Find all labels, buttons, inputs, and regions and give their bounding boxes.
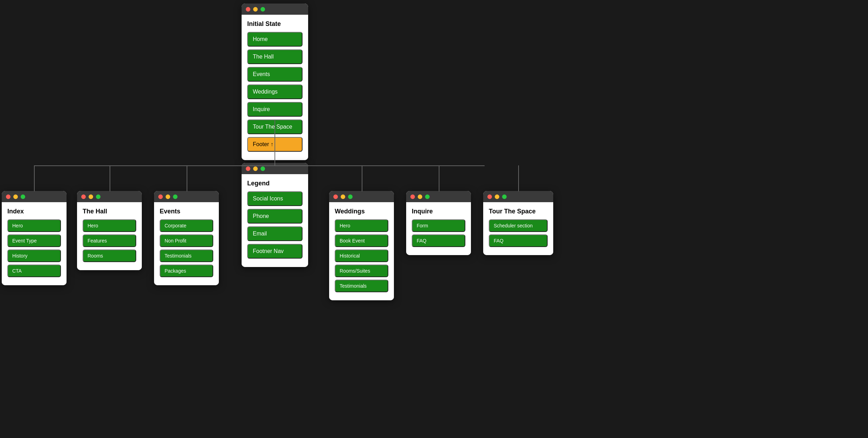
inquire-faq[interactable]: FAQ (412, 234, 465, 247)
dot-red-tour[interactable] (487, 194, 492, 199)
dot-yellow-inquire[interactable] (418, 194, 422, 199)
hall-hero[interactable]: Hero (83, 219, 136, 232)
connector-horizontal-right (275, 165, 485, 166)
dot-green-initial[interactable] (261, 7, 265, 12)
title-bar-events (154, 191, 219, 202)
connector-to-index (34, 165, 35, 191)
inquire-window: Inquire Form FAQ (406, 191, 471, 255)
legend-social-icons[interactable]: Social Icons (247, 191, 303, 206)
nav-weddings[interactable]: Weddings (247, 84, 303, 99)
title-bar-tour (483, 191, 553, 202)
tour-faq[interactable]: FAQ (489, 234, 548, 247)
connector-horizontal-left (34, 165, 276, 166)
legend-phone[interactable]: Phone (247, 209, 303, 224)
index-cta[interactable]: CTA (7, 265, 61, 277)
tour-window: Tour The Space Scheduler section FAQ (483, 191, 553, 255)
weddings-rooms-suites[interactable]: Rooms/Suites (335, 265, 388, 277)
index-event-type[interactable]: Event Type (7, 234, 61, 247)
connector-main-vertical (275, 120, 275, 165)
nav-events[interactable]: Events (247, 67, 303, 82)
hall-rooms[interactable]: Rooms (83, 249, 136, 262)
index-title: Index (7, 208, 61, 215)
title-bar-inquire (406, 191, 471, 202)
events-window: Events Corporate Non Profit Testimonials… (154, 191, 219, 285)
the-hall-window: The Hall Hero Features Rooms (77, 191, 142, 270)
dot-green-hall[interactable] (96, 194, 100, 199)
index-hero[interactable]: Hero (7, 219, 61, 232)
weddings-book-event[interactable]: Book Event (335, 234, 388, 247)
title-bar-index (2, 191, 67, 202)
events-title: Events (160, 208, 213, 215)
hall-features[interactable]: Features (83, 234, 136, 247)
weddings-window: Weddings Hero Book Event Historical Room… (329, 191, 394, 300)
dot-yellow-index[interactable] (13, 194, 18, 199)
dot-green-index[interactable] (21, 194, 25, 199)
connector-to-events (187, 165, 187, 191)
weddings-hero[interactable]: Hero (335, 219, 388, 232)
dot-green-events[interactable] (173, 194, 178, 199)
tour-title: Tour The Space (489, 208, 548, 215)
events-packages[interactable]: Packages (160, 265, 213, 277)
nav-the-hall[interactable]: The Hall (247, 49, 303, 64)
dot-red-initial[interactable] (246, 7, 250, 12)
nav-home[interactable]: Home (247, 32, 303, 47)
dot-red-legend[interactable] (246, 166, 250, 171)
dot-red-index[interactable] (6, 194, 11, 199)
index-history[interactable]: History (7, 249, 61, 262)
weddings-testimonials[interactable]: Testimonials (335, 280, 388, 292)
title-bar-the-hall (77, 191, 142, 202)
title-bar-weddings (329, 191, 394, 202)
legend-window: Legend Social Icons Phone Email Footner … (242, 163, 308, 267)
index-window: Index Hero Event Type History CTA (2, 191, 67, 285)
weddings-historical[interactable]: Historical (335, 249, 388, 262)
dot-green-weddings[interactable] (348, 194, 353, 199)
inquire-title: Inquire (412, 208, 465, 215)
inquire-form[interactable]: Form (412, 219, 465, 232)
dot-yellow-events[interactable] (166, 194, 170, 199)
nav-inquire[interactable]: Inquire (247, 102, 303, 117)
title-bar-initial (242, 4, 308, 15)
dot-green-tour[interactable] (502, 194, 507, 199)
connector-to-tour (518, 165, 519, 191)
connector-to-weddings (362, 165, 362, 191)
events-corporate[interactable]: Corporate (160, 219, 213, 232)
dot-red-events[interactable] (158, 194, 163, 199)
dot-yellow-tour[interactable] (495, 194, 499, 199)
initial-state-title: Initial State (247, 20, 303, 28)
connector-to-inquire (439, 165, 439, 191)
dot-red-hall[interactable] (81, 194, 86, 199)
dot-green-inquire[interactable] (425, 194, 430, 199)
the-hall-title: The Hall (83, 208, 136, 215)
dot-yellow-legend[interactable] (253, 166, 258, 171)
dot-green-legend[interactable] (261, 166, 265, 171)
dot-red-inquire[interactable] (410, 194, 415, 199)
dot-yellow-hall[interactable] (89, 194, 93, 199)
events-testimonials[interactable]: Testimonials (160, 249, 213, 262)
events-non-profit[interactable]: Non Profit (160, 234, 213, 247)
dot-red-weddings[interactable] (333, 194, 338, 199)
tour-scheduler[interactable]: Scheduler section (489, 219, 548, 232)
legend-email[interactable]: Email (247, 226, 303, 241)
dot-yellow-initial[interactable] (253, 7, 258, 12)
weddings-title: Weddings (335, 208, 388, 215)
dot-yellow-weddings[interactable] (341, 194, 345, 199)
connector-to-hall (110, 165, 110, 191)
legend-footer-nav[interactable]: Footner Nav (247, 244, 303, 259)
legend-title: Legend (247, 180, 303, 187)
